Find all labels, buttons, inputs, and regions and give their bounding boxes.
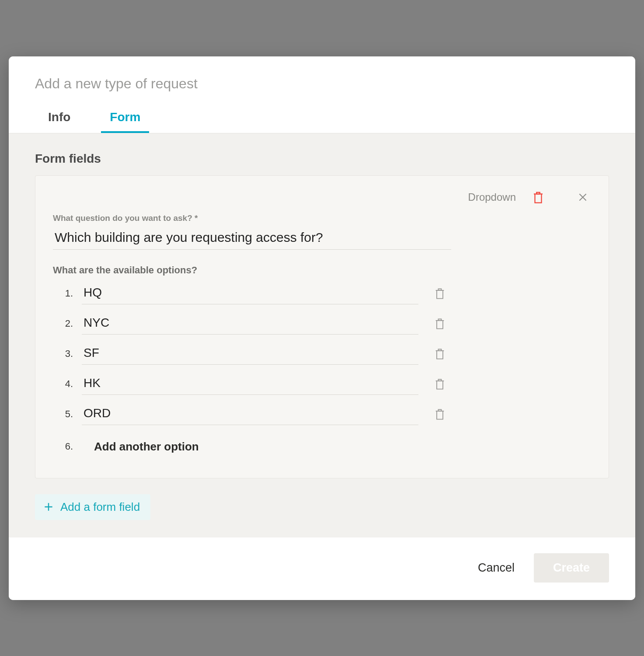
delete-field-button[interactable] bbox=[530, 189, 547, 206]
trash-icon bbox=[434, 347, 446, 361]
option-number: 3. bbox=[53, 348, 73, 359]
tab-info[interactable]: Info bbox=[39, 104, 79, 133]
close-field-button[interactable] bbox=[574, 189, 591, 206]
create-button[interactable]: Create bbox=[534, 553, 609, 583]
add-option-row[interactable]: 6. Add another option bbox=[53, 437, 591, 456]
modal-footer: Cancel Create bbox=[9, 537, 635, 600]
trash-icon bbox=[434, 377, 446, 391]
add-option-label: Add another option bbox=[82, 437, 201, 456]
option-number: 2. bbox=[53, 318, 73, 329]
option-number: 5. bbox=[53, 408, 73, 420]
close-icon bbox=[577, 192, 588, 203]
option-row: 3. bbox=[53, 343, 591, 365]
option-row: 2. bbox=[53, 313, 591, 335]
add-form-field-button[interactable]: Add a form field bbox=[35, 494, 150, 520]
plus-icon bbox=[43, 501, 54, 513]
field-card-dropdown: Dropdown bbox=[35, 175, 609, 478]
delete-option-button[interactable] bbox=[432, 315, 448, 332]
option-row: 5. bbox=[53, 404, 591, 425]
option-input[interactable] bbox=[82, 404, 418, 425]
options-list: 1. 2. bbox=[53, 283, 591, 456]
tab-form[interactable]: Form bbox=[101, 104, 149, 133]
option-input[interactable] bbox=[82, 283, 418, 304]
tabs: Info Form bbox=[35, 104, 609, 133]
option-number: 1. bbox=[53, 288, 73, 299]
section-title-form-fields: Form fields bbox=[35, 152, 609, 166]
trash-icon bbox=[532, 190, 545, 205]
option-input[interactable] bbox=[82, 343, 418, 365]
option-input[interactable] bbox=[82, 313, 418, 335]
field-type-label: Dropdown bbox=[468, 191, 516, 203]
question-input[interactable] bbox=[53, 227, 451, 250]
modal-header: Add a new type of request Info Form bbox=[9, 56, 635, 133]
trash-icon bbox=[434, 317, 446, 331]
trash-icon bbox=[434, 407, 446, 421]
option-number: 6. bbox=[53, 441, 73, 452]
field-card-header: Dropdown bbox=[53, 189, 591, 206]
delete-option-button[interactable] bbox=[432, 285, 448, 302]
delete-option-button[interactable] bbox=[432, 406, 448, 422]
trash-icon bbox=[434, 286, 446, 300]
cancel-button[interactable]: Cancel bbox=[478, 561, 515, 575]
modal-add-request-type: Add a new type of request Info Form Form… bbox=[9, 56, 635, 600]
add-form-field-label: Add a form field bbox=[60, 500, 140, 514]
question-label: What question do you want to ask? * bbox=[53, 213, 591, 223]
option-row: 4. bbox=[53, 373, 591, 395]
delete-option-button[interactable] bbox=[432, 376, 448, 392]
delete-option-button[interactable] bbox=[432, 345, 448, 362]
modal-title: Add a new type of request bbox=[35, 76, 609, 92]
option-input[interactable] bbox=[82, 373, 418, 395]
option-number: 4. bbox=[53, 378, 73, 390]
options-label: What are the available options? bbox=[53, 265, 591, 276]
option-row: 1. bbox=[53, 283, 591, 304]
modal-body: Form fields Dropdown bbox=[9, 133, 635, 537]
